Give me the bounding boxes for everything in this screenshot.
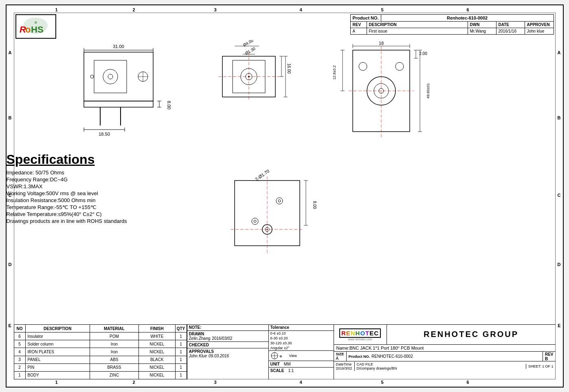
- svg-point-12: [103, 69, 118, 84]
- approvals-label: APPROVALS: [189, 349, 267, 354]
- svg-rect-11: [94, 60, 127, 93]
- row-marker-B: B: [9, 115, 12, 120]
- approvals-signer: John Klue: [189, 354, 207, 358]
- col-marker-bottom-2: 2: [133, 380, 135, 385]
- rev-label: REV: [351, 22, 367, 28]
- svg-text:2-Ø1.70: 2-Ø1.70: [254, 168, 270, 182]
- table-row: 1 BODY ZINC NICKEL 1: [14, 371, 187, 379]
- table-row: NO DESCRIPTION MATERIAL FINISH QTY: [14, 325, 187, 333]
- col-marker-6: 6: [467, 7, 469, 12]
- desc-label: DESCRIPTION: [367, 22, 468, 28]
- tolerance-block: Tolerance 0-6 ±0.10 6-30 ±0.20 30-120 ±0…: [268, 324, 334, 379]
- svg-text:2.00: 2.00: [419, 51, 427, 56]
- svg-text:49.60±01: 49.60±01: [426, 83, 430, 98]
- svg-text:18: 18: [378, 41, 383, 46]
- desc-value: First issue: [367, 28, 468, 34]
- svg-point-53: [359, 62, 367, 70]
- product-no-block: Product NO. RENHOTEC-610-0002: [347, 354, 543, 359]
- cad-file-block: CAD FILE D/company drawings/BN: [355, 362, 526, 371]
- product-no-value2: RENHOTEC-610-0002: [371, 354, 413, 359]
- table-row: 6 Insulator POM WHITE 1: [14, 333, 187, 340]
- svg-point-76: [276, 198, 283, 204]
- cad-file-label: CAD FILE: [357, 362, 524, 366]
- row-marker-right-B: B: [558, 115, 561, 120]
- date-value: 2016/1/16: [497, 28, 525, 34]
- svg-text:31.00: 31.00: [113, 44, 124, 49]
- specs-item-2: VSWR:1.3MAX: [7, 183, 169, 189]
- drawn-date: 2016/03/02: [212, 336, 232, 341]
- row-marker-right-C: C: [558, 193, 561, 198]
- size-label: SIZE: [336, 352, 344, 356]
- col-marker-1: 1: [55, 7, 58, 12]
- svg-text:18.00: 18.00: [291, 71, 292, 81]
- svg-text:S: S: [37, 24, 44, 35]
- svg-rect-18: [84, 101, 153, 107]
- specs-title: Specifications: [7, 152, 169, 167]
- tolerance-row-1: 6-30 ±0.20: [269, 336, 334, 341]
- product-no-value: Renhotec-610-0002: [381, 15, 554, 21]
- bottom-view-svg: 2-Ø1.70 8.00: [222, 168, 320, 274]
- front-view-svg: 31.00 18.50 8.00: [72, 40, 186, 162]
- size-value: A: [336, 356, 344, 361]
- rev-value2: B: [545, 357, 548, 361]
- product-no-label: Product NO.: [351, 15, 381, 21]
- specs-item-0: Impedance: 50/75 Ohms: [7, 170, 169, 176]
- rev-label2: REV: [545, 352, 554, 357]
- table-row: 2 PIN BRASS NICKEL 1: [14, 363, 187, 371]
- col-marker-5: 5: [381, 7, 384, 12]
- row-marker-E: E: [9, 323, 11, 328]
- approved-label: APPROVEN: [525, 22, 554, 28]
- col-marker-bottom-3: 3: [214, 380, 217, 385]
- view-label: View: [289, 354, 297, 358]
- svg-text:8.00: 8.00: [167, 101, 171, 109]
- specs-item-7: Drawings products are in line with ROHS …: [7, 218, 169, 224]
- part-name: Name:BNC JACK 1*1 Port 180° PCB Mount: [334, 345, 556, 352]
- checked-label: CHECKED: [189, 343, 267, 347]
- svg-text:H: H: [31, 24, 37, 35]
- title-block: Product NO. Renhotec-610-0002 REV DESCRI…: [350, 14, 554, 35]
- col-marker-4: 4: [300, 7, 302, 12]
- col-marker-bottom-5: 5: [381, 380, 384, 385]
- svg-point-54: [395, 62, 404, 70]
- drawn-value: Zelin.Zhang: [189, 336, 211, 341]
- dwn-label: DWN: [468, 22, 497, 28]
- size-block: SIZE A: [334, 352, 347, 361]
- col-marker-3: 3: [214, 7, 217, 12]
- specs-item-5: Temperature Range:-55℃ TO +155℃: [7, 204, 169, 210]
- row-marker-A: A: [9, 50, 12, 55]
- rohs-logo: ♻ R o H S: [15, 14, 56, 39]
- product-no-label2: Product NO.: [349, 355, 370, 359]
- renhotec-website: www.renhotec.com: [348, 338, 372, 341]
- tolerance-row-0: 0-6 ±0.10: [269, 331, 334, 336]
- dwn-value: Mr.Wang: [468, 28, 497, 34]
- table-row: 3 PANEL ABS BLACK 1: [14, 356, 187, 363]
- renhotec-logo-box: RENHOTEC www.renhotec.com: [334, 324, 387, 344]
- parts-table: NO DESCRIPTION MATERIAL FINISH QTY 6 Ins…: [14, 324, 187, 379]
- note-label: NOTE:: [187, 324, 268, 330]
- renhotec-block: RENHOTEC www.renhotec.com RENHOTEC GROUP…: [334, 324, 556, 379]
- svg-text:o: o: [25, 24, 31, 35]
- unit-value: MM: [284, 362, 291, 366]
- svg-point-74: [252, 218, 258, 225]
- row-marker-D: D: [9, 262, 12, 267]
- drawn-label: DRAWN: [189, 332, 267, 336]
- svg-text:12.8±0.2: 12.8±0.2: [332, 66, 336, 80]
- svg-text:⊕: ⊕: [279, 355, 282, 358]
- datetime-block: DateTime 2016/3/02: [334, 362, 355, 371]
- tolerance-label: Tolerance: [269, 324, 334, 331]
- datetime-label: DateTime: [336, 362, 352, 366]
- approvals-date: 09.03.2016: [209, 354, 229, 358]
- sheet-value: 1 OF 1: [542, 364, 554, 368]
- date-label: DATE: [497, 22, 525, 28]
- col-marker-2: 2: [133, 7, 135, 12]
- side-view-svg: Ø4.00 Ø1.30 16.00 18.00: [210, 40, 292, 162]
- renhotec-logo-text: RENHOTEC: [339, 328, 381, 338]
- rev-value: A: [351, 28, 367, 34]
- col-marker-bottom-1: 1: [55, 380, 58, 385]
- table-row: 4 IRON PLATES Iron NICKEL 1: [14, 348, 187, 356]
- cad-file-value: D/company drawings/BN: [357, 366, 524, 370]
- scale-label: SCALE: [270, 368, 284, 373]
- tolerance-row-3: Angular ±2°: [269, 346, 334, 351]
- row-marker-right-A: A: [558, 50, 561, 55]
- drawn-block: NOTE: DRAWN Zelin.Zhang 2016/03/02 CHECK…: [187, 324, 268, 379]
